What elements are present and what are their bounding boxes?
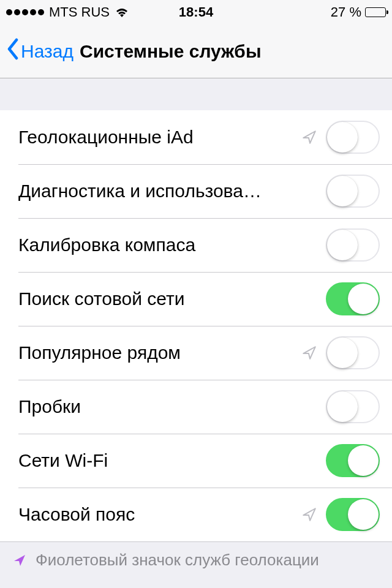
- status-bar: MTS RUS 18:54 27 %: [0, 0, 392, 24]
- navigation-bar: Назад Системные службы: [0, 24, 392, 78]
- settings-row: Геолокационные iAd: [0, 110, 392, 164]
- row-label: Калибровка компаса: [18, 235, 326, 255]
- row-label: Диагностика и использова…: [18, 181, 326, 202]
- settings-row: Сети Wi-Fi: [0, 434, 392, 488]
- settings-row: Диагностика и использова…: [0, 164, 392, 218]
- toggle-knob: [327, 337, 358, 368]
- row-accessories: [301, 336, 380, 369]
- chevron-left-icon: [6, 38, 20, 64]
- page-title: Системные службы: [80, 41, 262, 62]
- row-label: Часовой пояс: [18, 504, 301, 525]
- location-arrow-icon: [301, 345, 317, 361]
- location-arrow-purple-icon: [12, 553, 27, 568]
- status-right: 27 %: [331, 4, 386, 20]
- settings-list: Геолокационные iAdДиагностика и использо…: [0, 110, 392, 541]
- toggle-switch[interactable]: [326, 175, 380, 208]
- toggle-switch[interactable]: [326, 498, 380, 531]
- settings-row: Пробки: [0, 380, 392, 434]
- footer-text: Фиолетовый значок служб геолокации: [36, 551, 319, 570]
- signal-strength-icon: [6, 9, 44, 15]
- section-spacer: [0, 78, 392, 110]
- settings-row: Популярное рядом: [0, 326, 392, 380]
- toggle-switch[interactable]: [326, 228, 380, 262]
- row-accessories: [301, 121, 380, 154]
- row-accessories: [301, 498, 380, 531]
- toggle-knob: [327, 122, 358, 153]
- battery-icon: [365, 7, 386, 17]
- back-label: Назад: [21, 41, 74, 62]
- row-accessories: [326, 390, 380, 423]
- row-accessories: [326, 175, 380, 208]
- toggle-knob: [348, 284, 379, 314]
- row-label: Геолокационные iAd: [18, 127, 301, 148]
- status-time: 18:54: [179, 4, 213, 20]
- settings-row: Калибровка компаса: [0, 218, 392, 272]
- wifi-icon: [115, 6, 129, 18]
- location-arrow-icon: [301, 129, 317, 145]
- toggle-knob: [327, 391, 358, 422]
- row-label: Пробки: [18, 396, 326, 417]
- toggle-switch[interactable]: [326, 444, 380, 477]
- footer-legend: Фиолетовый значок служб геолокации: [0, 541, 392, 578]
- row-label: Поиск сотовой сети: [18, 288, 326, 309]
- row-accessories: [326, 228, 380, 262]
- carrier-label: MTS RUS: [49, 4, 110, 20]
- toggle-switch[interactable]: [326, 282, 380, 315]
- status-left: MTS RUS: [6, 4, 129, 20]
- back-button[interactable]: Назад: [6, 38, 74, 64]
- toggle-knob: [348, 499, 379, 530]
- row-label: Популярное рядом: [18, 342, 301, 363]
- location-arrow-icon: [301, 507, 317, 522]
- toggle-switch[interactable]: [326, 390, 380, 423]
- row-label: Сети Wi-Fi: [18, 450, 326, 471]
- toggle-knob: [327, 230, 358, 260]
- row-accessories: [326, 444, 380, 477]
- settings-row: Часовой пояс: [0, 488, 392, 541]
- battery-percent-label: 27 %: [331, 4, 361, 20]
- toggle-knob: [348, 445, 379, 476]
- toggle-knob: [327, 176, 358, 206]
- toggle-switch[interactable]: [326, 121, 380, 154]
- row-accessories: [326, 282, 380, 315]
- settings-row: Поиск сотовой сети: [0, 272, 392, 326]
- toggle-switch[interactable]: [326, 336, 380, 369]
